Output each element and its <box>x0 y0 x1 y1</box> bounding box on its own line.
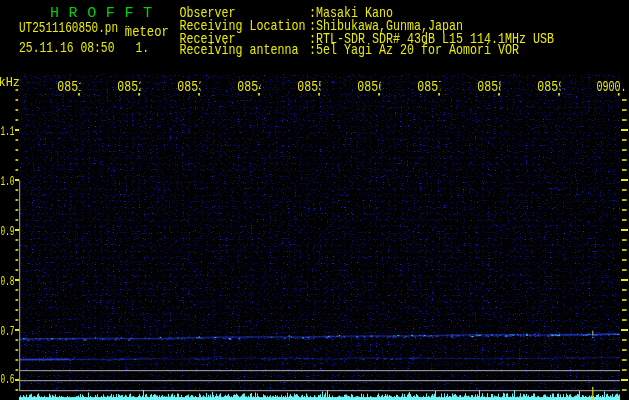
svg-text:1.0: 1.0 <box>1 174 15 189</box>
svg-text:085: 085 <box>177 79 198 95</box>
svg-text:UT2511160850.pn: UT2511160850.pn <box>19 20 118 37</box>
svg-text:085: 085 <box>477 79 498 95</box>
svg-text:0.9: 0.9 <box>1 224 15 239</box>
svg-text:085: 085 <box>537 79 558 95</box>
svg-text:kHz: kHz <box>0 75 20 90</box>
svg-text:085: 085 <box>357 79 378 95</box>
svg-text:0.6: 0.6 <box>1 372 15 387</box>
svg-text:meteor: meteor <box>125 24 169 41</box>
svg-text:085: 085 <box>417 79 438 95</box>
svg-text:085: 085 <box>57 79 78 95</box>
svg-text:085: 085 <box>117 79 138 95</box>
svg-text:25.11.16 08:50: 25.11.16 08:50 <box>19 40 115 57</box>
svg-text:0.8: 0.8 <box>1 274 15 289</box>
svg-text:Receiving antenna: Receiving antenna <box>180 42 299 59</box>
svg-text:0.7: 0.7 <box>1 324 15 339</box>
svg-text::5el Yagi Az 20 for Aomori VOR: :5el Yagi Az 20 for Aomori VOR <box>309 42 519 59</box>
svg-text:085: 085 <box>237 79 258 95</box>
svg-text:0900.: 0900. <box>596 79 626 95</box>
svg-text:1.: 1. <box>136 40 150 57</box>
svg-text:085: 085 <box>297 79 318 95</box>
svg-text:1.1: 1.1 <box>1 124 15 139</box>
